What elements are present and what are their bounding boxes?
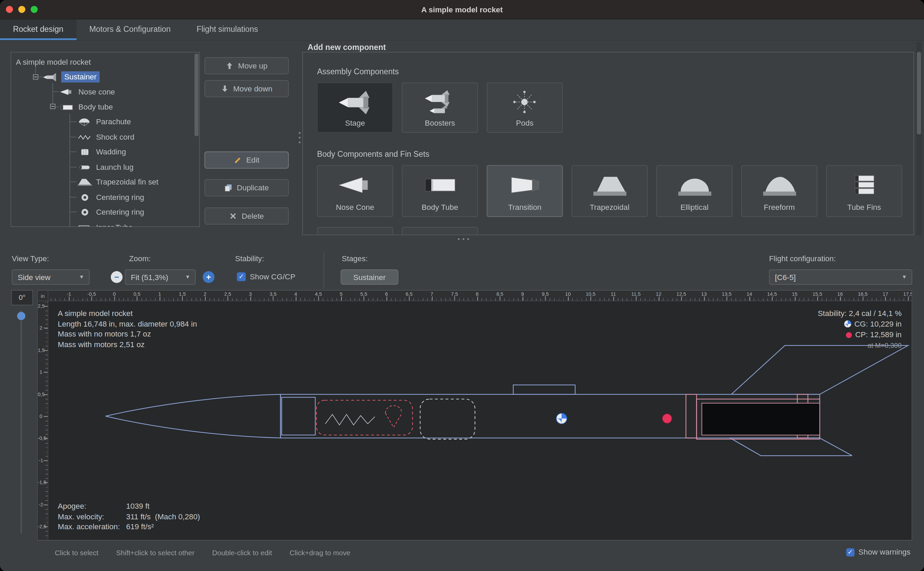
move-up-button[interactable]: Move up — [205, 57, 289, 74]
launch-lug-icon — [77, 163, 93, 171]
duplicate-button[interactable]: Duplicate — [205, 179, 289, 196]
rocket-canvas[interactable]: -1-0,500,511,522,533,544,555,566,577,588… — [37, 290, 912, 540]
parachute-icon — [77, 118, 93, 126]
rotation-slider-track[interactable] — [20, 310, 22, 533]
component-tree: A simple model rocket Sustainer Nose con… — [11, 52, 200, 227]
tree-item-rocket-root[interactable]: A simple model rocket — [11, 55, 193, 69]
panel-scrollbar-thumb[interactable] — [917, 52, 921, 134]
tree-item-label: Wadding — [96, 147, 126, 156]
component-button-label: Body Tube — [402, 203, 477, 211]
tree-item-body-tube[interactable]: Body tube — [11, 100, 193, 114]
stage-icon — [336, 90, 374, 116]
component-button-boosters[interactable]: Boosters — [402, 82, 478, 133]
component-button-tube-fins[interactable]: Tube Fins — [826, 165, 902, 217]
delete-button[interactable]: Delete — [205, 207, 289, 225]
component-button-elliptical[interactable]: Elliptical — [656, 165, 732, 217]
flight-configuration-label: Flight configuration: — [769, 254, 836, 263]
status-hints: Click to selectShift+click to select oth… — [55, 549, 368, 557]
tree-item-label: Body tube — [79, 103, 113, 112]
tree-item-parachute[interactable]: Parachute — [11, 114, 193, 129]
move-up-label: Move up — [238, 61, 268, 70]
cp-marker — [662, 414, 672, 423]
freeform-fin-icon — [761, 172, 798, 198]
zoom-select[interactable]: Fit (51,3%) ▼ — [125, 269, 196, 285]
tree-item-centering-ring[interactable]: Centering ring — [11, 190, 193, 204]
show-warnings-row[interactable]: Show warnings — [846, 548, 910, 557]
tab-rocket-design[interactable]: Rocket design — [0, 20, 76, 40]
view-type-select[interactable]: Side view ▼ — [12, 269, 89, 285]
cg-marker — [556, 413, 567, 424]
tree-item-centering-ring[interactable]: Centering ring — [11, 205, 193, 219]
splitter-grip-vertical[interactable] — [299, 132, 301, 148]
component-button-label: Elliptical — [657, 203, 732, 211]
tab-motors-configuration[interactable]: Motors & Configuration — [76, 20, 184, 40]
nose-cone-icon — [336, 172, 374, 198]
tab-flight-simulations[interactable]: Flight simulations — [184, 20, 271, 40]
tree-item-label: A simple model rocket — [16, 58, 91, 67]
zoom-label: Zoom: — [129, 254, 151, 263]
component-button-nose-cone[interactable]: Nose Cone — [317, 165, 393, 217]
cp-icon — [845, 332, 852, 338]
tree-item-wadding[interactable]: Wadding — [11, 145, 193, 159]
component-button-transition[interactable]: Transition — [487, 165, 563, 217]
show-cgcp-checkbox[interactable] — [237, 273, 246, 281]
tree-item-label: Nose cone — [79, 87, 115, 96]
show-cgcp-row[interactable]: Show CG/CP — [237, 273, 295, 281]
elliptical-fin-icon — [676, 172, 713, 198]
pods-icon — [506, 90, 544, 116]
tree-scrollbar[interactable] — [194, 54, 199, 136]
centering-ring-icon — [77, 208, 93, 216]
tree-item-shock-cord[interactable]: Shock cord — [11, 130, 193, 145]
tree-item-trapezoidal-fin-set[interactable]: Trapezoidal fin set — [11, 174, 193, 189]
component-button-partial[interactable] — [402, 227, 478, 235]
flight-configuration-value: [C6-5] — [775, 273, 796, 281]
centering-ring-icon — [77, 193, 93, 201]
tree-item-label: Parachute — [96, 117, 131, 126]
tree-item-sustainer[interactable]: Sustainer — [11, 69, 193, 84]
zoom-in-button[interactable]: + — [203, 271, 214, 283]
arrow-up-icon — [226, 62, 233, 69]
component-button-freeform[interactable]: Freeform — [741, 165, 817, 217]
flight-stats: Apogee:1039 ft Max. velocity:311 ft/s (M… — [58, 501, 200, 532]
show-cgcp-label: Show CG/CP — [250, 273, 295, 281]
cg-icon — [844, 320, 851, 327]
tube-fins-icon — [845, 172, 883, 198]
component-button-trapezoidal[interactable]: Trapezoidal — [571, 165, 647, 217]
tree-item-launch-lug[interactable]: Launch lug — [11, 160, 193, 174]
shock-cord-icon — [77, 133, 93, 141]
component-button-body-tube[interactable]: Body Tube — [402, 165, 478, 217]
zoom-out-button[interactable]: − — [111, 271, 123, 283]
duplicate-icon — [225, 184, 232, 191]
tree-item-nose-cone[interactable]: Nose cone — [11, 84, 193, 99]
body-tube-icon — [421, 172, 459, 198]
component-button-label: Freeform — [742, 203, 817, 211]
tree-item-label: Shock cord — [96, 133, 134, 141]
h-ruler: -1-0,500,511,522,533,544,555,566,577,588… — [48, 291, 912, 301]
component-button-stage[interactable]: Stage — [317, 82, 393, 133]
component-button-label: Nose Cone — [317, 203, 393, 211]
tree-item-label: Trapezoidal fin set — [96, 177, 159, 186]
rotation-slider-thumb[interactable] — [17, 312, 25, 320]
tree-item-label: Inner Tube — [96, 223, 133, 227]
flight-configuration-select[interactable]: [C6-5] ▼ — [769, 269, 912, 285]
tree-item-label: Centering ring — [96, 193, 145, 202]
component-button-label: Transition — [487, 203, 562, 211]
component-button-label: Trapezoidal — [572, 203, 647, 211]
component-button-pods[interactable]: Pods — [487, 82, 563, 133]
chevron-down-icon: ▼ — [902, 274, 907, 280]
splitter-grip-horizontal[interactable] — [458, 238, 469, 240]
stage-toggle-sustainer[interactable]: Sustainer — [340, 269, 398, 285]
wadding-icon — [77, 148, 93, 156]
main-tab-bar: Rocket design Motors & Configuration Fli… — [0, 20, 924, 41]
component-button-label: Tube Fins — [827, 203, 902, 211]
move-down-button[interactable]: Move down — [205, 80, 289, 97]
show-warnings-checkbox[interactable] — [846, 548, 854, 556]
component-button-label: Stage — [317, 119, 393, 127]
edit-button[interactable]: Edit — [205, 152, 289, 169]
arrow-down-icon — [221, 85, 228, 93]
component-button-partial[interactable] — [317, 227, 393, 235]
duplicate-label: Duplicate — [237, 184, 269, 192]
tree-item-label: Centering ring — [96, 207, 145, 216]
v-ruler: 2,521,510,50-0,5-1-1,5-2-2,5 — [38, 301, 48, 540]
tree-item-inner-tube[interactable]: Inner Tube — [11, 220, 193, 227]
